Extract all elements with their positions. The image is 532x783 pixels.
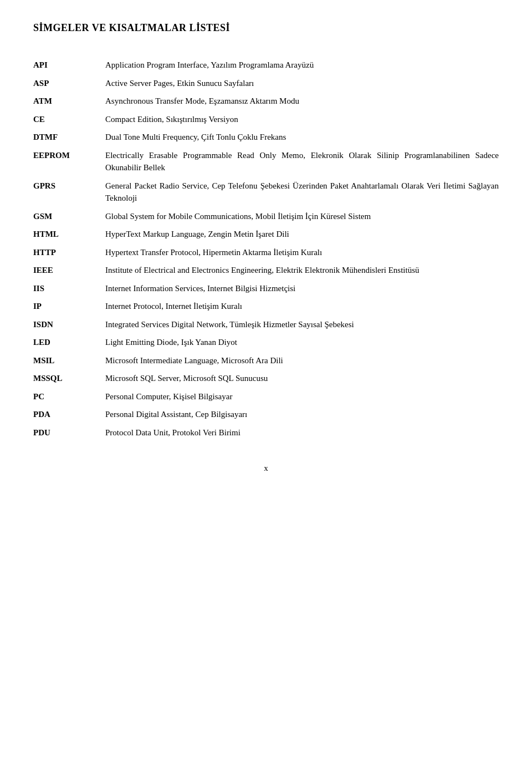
table-row: PDUProtocol Data Unit, Protokol Veri Bir…: [33, 424, 499, 442]
table-row: CECompact Edition, Sıkıştırılmış Versiyo…: [33, 110, 499, 129]
abbreviation-definition: Microsoft Intermediate Language, Microso…: [105, 352, 499, 370]
abbreviation-definition: Electrically Erasable Programmable Read …: [105, 146, 499, 177]
table-row: IPInternet Protocol, Internet İletişim K…: [33, 297, 499, 316]
abbreviation-definition: Institute of Electrical and Electronics …: [105, 261, 499, 279]
abbreviation-term: IEEE: [33, 261, 105, 279]
abbreviation-definition: Dual Tone Multi Frequency, Çift Tonlu Ço…: [105, 128, 499, 146]
abbreviation-definition: Asynchronous Transfer Mode, Eşzamansız A…: [105, 92, 499, 110]
table-row: ASPActive Server Pages, Etkin Sunucu Say…: [33, 74, 499, 93]
table-row: IEEEInstitute of Electrical and Electron…: [33, 261, 499, 279]
table-row: MSSQLMicrosoft SQL Server, Microsoft SQL…: [33, 369, 499, 388]
table-row: APIApplication Program Interface, Yazılı…: [33, 56, 499, 74]
abbreviation-definition: Personal Digital Assistant, Cep Bilgisay…: [105, 405, 499, 424]
abbreviation-definition: Internet Protocol, Internet İletişim Kur…: [105, 297, 499, 316]
abbreviation-term: API: [33, 56, 105, 74]
table-row: PCPersonal Computer, Kişisel Bilgisayar: [33, 388, 499, 406]
abbreviation-term: GSM: [33, 207, 105, 226]
abbreviation-term: MSIL: [33, 352, 105, 370]
page-title: SİMGELER VE KISALTMALAR LİSTESİ: [33, 22, 499, 34]
abbreviation-term: GPRS: [33, 177, 105, 207]
abbreviation-definition: Integrated Services Digital Network, Tüm…: [105, 316, 499, 334]
abbreviation-term: EEPROM: [33, 146, 105, 177]
abbreviation-definition: Application Program Interface, Yazılım P…: [105, 56, 499, 74]
abbreviation-definition: HyperText Markup Language, Zengin Metin …: [105, 225, 499, 243]
abbreviation-definition: Light Emitting Diode, Işık Yanan Diyot: [105, 333, 499, 352]
abbreviation-definition: Protocol Data Unit, Protokol Veri Birimi: [105, 424, 499, 442]
abbreviation-definition: Global System for Mobile Communications,…: [105, 207, 499, 226]
table-row: ATMAsynchronous Transfer Mode, Eşzamansı…: [33, 92, 499, 110]
table-row: GSMGlobal System for Mobile Communicatio…: [33, 207, 499, 226]
abbreviation-definition: Internet Information Services, Internet …: [105, 279, 499, 298]
table-row: ISDNIntegrated Services Digital Network,…: [33, 316, 499, 334]
abbreviation-term: MSSQL: [33, 369, 105, 388]
abbreviations-table: APIApplication Program Interface, Yazılı…: [33, 56, 499, 441]
abbreviation-term: ASP: [33, 74, 105, 93]
abbreviation-term: ISDN: [33, 316, 105, 334]
table-row: MSILMicrosoft Intermediate Language, Mic…: [33, 352, 499, 370]
abbreviation-term: IIS: [33, 279, 105, 298]
abbreviation-term: IP: [33, 297, 105, 316]
abbreviation-term: PC: [33, 388, 105, 406]
table-row: GPRSGeneral Packet Radio Service, Cep Te…: [33, 177, 499, 207]
abbreviation-definition: Personal Computer, Kişisel Bilgisayar: [105, 388, 499, 406]
abbreviation-term: ATM: [33, 92, 105, 110]
abbreviation-definition: Hypertext Transfer Protocol, Hipermetin …: [105, 243, 499, 262]
abbreviation-definition: Microsoft SQL Server, Microsoft SQL Sunu…: [105, 369, 499, 388]
abbreviation-term: CE: [33, 110, 105, 129]
abbreviation-definition: General Packet Radio Service, Cep Telefo…: [105, 177, 499, 207]
abbreviation-definition: Active Server Pages, Etkin Sunucu Sayfal…: [105, 74, 499, 93]
abbreviation-term: PDU: [33, 424, 105, 442]
abbreviation-term: HTML: [33, 225, 105, 243]
abbreviation-definition: Compact Edition, Sıkıştırılmış Versiyon: [105, 110, 499, 129]
abbreviation-term: LED: [33, 333, 105, 352]
table-row: DTMFDual Tone Multi Frequency, Çift Tonl…: [33, 128, 499, 146]
table-row: IISInternet Information Services, Intern…: [33, 279, 499, 298]
abbreviation-term: HTTP: [33, 243, 105, 262]
table-row: LEDLight Emitting Diode, Işık Yanan Diyo…: [33, 333, 499, 352]
table-row: HTMLHyperText Markup Language, Zengin Me…: [33, 225, 499, 243]
page-footer: x: [33, 464, 499, 473]
abbreviation-term: DTMF: [33, 128, 105, 146]
table-row: HTTPHypertext Transfer Protocol, Hiperme…: [33, 243, 499, 262]
table-row: PDAPersonal Digital Assistant, Cep Bilgi…: [33, 405, 499, 424]
abbreviation-term: PDA: [33, 405, 105, 424]
table-row: EEPROMElectrically Erasable Programmable…: [33, 146, 499, 177]
